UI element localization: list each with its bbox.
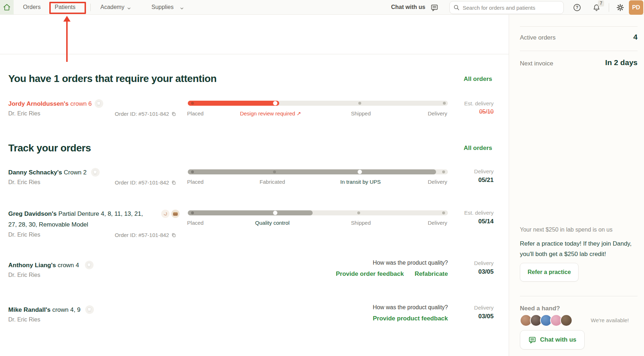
nav-item-patients[interactable]: Patients — [55, 0, 76, 14]
feedback-actions: Provide order feedback Refabricate — [336, 270, 448, 278]
delivery-date: 05/14 — [478, 218, 494, 225]
chat-bubble-icon[interactable] — [430, 4, 439, 12]
support-avatars — [520, 314, 572, 327]
tooth-icon — [91, 168, 100, 177]
provide-order-feedback-link[interactable]: Provide order feedback — [336, 270, 404, 278]
svg-text:?: ? — [576, 5, 578, 10]
refabricate-link[interactable]: Refabricate — [414, 270, 448, 278]
order-title[interactable]: Anthony Liang's crown 4 — [8, 260, 79, 271]
stage-shipped: Shipped — [351, 110, 371, 117]
doctor-name: Dr. Eric Ries — [8, 110, 40, 117]
order-id: Order ID: #57-101-842 — [115, 232, 176, 238]
sidebar-divider — [509, 15, 509, 356]
order-title[interactable]: Danny Schnacky's Crown 2 — [8, 167, 87, 178]
quality-question: How was the product quality? — [373, 304, 448, 311]
doctor-name: Dr. Eric Ries — [8, 272, 40, 278]
all-orders-link[interactable]: All orders — [464, 145, 492, 152]
nav-divider — [90, 4, 91, 11]
dandy-dashboard: Orders Patients Academy Supplies Chat wi… — [0, 0, 644, 356]
quality-question: How was the product quality? — [373, 260, 448, 266]
stage-delivery: Delivery — [428, 179, 447, 185]
gear-icon[interactable] — [616, 3, 625, 12]
all-orders-link[interactable]: All orders — [464, 76, 492, 83]
refer-a-practice-button[interactable]: Refer a practice — [520, 263, 579, 282]
external-link-icon: ↗ — [297, 110, 301, 117]
availability-text: We're available! — [591, 317, 629, 323]
notification-badge: 7 — [598, 0, 604, 6]
order-title[interactable]: Jordy Arnoldussen's crown 6 — [8, 99, 92, 109]
nav-item-supplies[interactable]: Supplies — [151, 0, 173, 14]
stage-in-transit: In transit by UPS — [340, 179, 381, 185]
tooth-icon — [85, 305, 94, 314]
delivery-label: Est. delivery — [464, 100, 494, 106]
need-a-hand-heading: Need a hand? — [520, 305, 560, 312]
active-orders-label: Active orders — [520, 34, 555, 41]
sidebar-rule — [520, 26, 638, 27]
chevron-down-icon — [127, 6, 131, 11]
delivery-date: 05/21 — [478, 177, 494, 184]
tooth-icon — [85, 261, 94, 269]
nav-item-orders[interactable]: Orders — [23, 0, 41, 14]
delivery-date: 05/10 — [479, 109, 494, 115]
track-section-title: Track your orders — [8, 142, 91, 154]
nav-chat-link[interactable]: Chat with us — [391, 0, 425, 14]
chat-bubble-icon — [528, 336, 536, 344]
search-box[interactable] — [449, 1, 564, 14]
doctor-name: Dr. Eric Ries — [8, 316, 40, 323]
copy-icon[interactable] — [171, 233, 176, 238]
stage-quality-control: Quality control — [255, 220, 290, 226]
order-title[interactable]: Greg Davidson's Partial Denture 4, 8, 11… — [8, 209, 151, 230]
referral-heading: Your next $250 in lab spend is on us — [520, 227, 612, 233]
search-icon — [453, 4, 460, 11]
feedback-actions: Provide product feedback — [373, 315, 448, 322]
nav-item-academy[interactable]: Academy — [100, 0, 124, 14]
stage-delivery: Delivery — [428, 220, 447, 226]
user-avatar[interactable]: PD — [629, 0, 643, 15]
delivery-date: 03/05 — [478, 268, 494, 275]
doctor-name: Dr. Eric Ries — [8, 232, 40, 238]
home-icon — [3, 3, 11, 11]
search-input[interactable] — [463, 5, 560, 11]
top-nav: Orders Patients Academy Supplies Chat wi… — [0, 0, 644, 15]
stage-design-review[interactable]: Design review required ↗ — [240, 110, 301, 117]
referral-body: Refer a practice today! If they join Dan… — [520, 238, 639, 259]
stage-fabricated: Fabricated — [260, 179, 285, 185]
progress-bar — [188, 210, 448, 215]
next-invoice-value: In 2 days — [605, 58, 638, 67]
attention-section-title: You have 1 orders that require your atte… — [8, 73, 217, 85]
tooth-icon — [95, 99, 103, 108]
sidebar-rule — [520, 296, 638, 296]
avatar — [560, 314, 572, 327]
stage-shipped: Shipped — [351, 220, 371, 226]
annotation-arrow-head — [63, 16, 71, 22]
home-button[interactable] — [0, 0, 14, 14]
delivery-label: Delivery — [474, 168, 494, 174]
delivery-date: 03/05 — [478, 313, 494, 320]
delivery-label: Delivery — [474, 260, 494, 266]
provide-product-feedback-link[interactable]: Provide product feedback — [373, 315, 448, 322]
model-icon — [171, 210, 180, 218]
active-orders-value: 4 — [633, 33, 638, 41]
next-invoice-label: Next invoice — [520, 60, 553, 67]
help-icon[interactable]: ? — [573, 3, 581, 12]
stage-placed: Placed — [187, 110, 204, 117]
order-id: Order ID: #57-101-842 — [115, 111, 176, 117]
copy-icon[interactable] — [171, 180, 176, 185]
stage-placed: Placed — [187, 220, 204, 226]
sidebar-rule — [520, 51, 638, 51]
annotation-arrow — [66, 21, 68, 62]
progress-bar — [188, 169, 448, 174]
stage-delivery: Delivery — [428, 110, 447, 117]
order-title[interactable]: Mike Randall's crown 4, 9 — [8, 305, 81, 315]
chevron-down-icon — [180, 6, 184, 11]
nav-divider — [609, 3, 609, 12]
copy-icon[interactable] — [171, 111, 176, 117]
content-divider — [0, 54, 509, 54]
stage-placed: Placed — [187, 179, 204, 185]
doctor-name: Dr. Eric Ries — [8, 179, 40, 186]
partial-denture-icon — [161, 210, 169, 218]
chat-with-us-button[interactable]: Chat with us — [520, 330, 585, 350]
progress-bar — [188, 101, 448, 106]
delivery-label: Est. delivery — [464, 210, 494, 216]
delivery-label: Delivery — [474, 305, 494, 311]
